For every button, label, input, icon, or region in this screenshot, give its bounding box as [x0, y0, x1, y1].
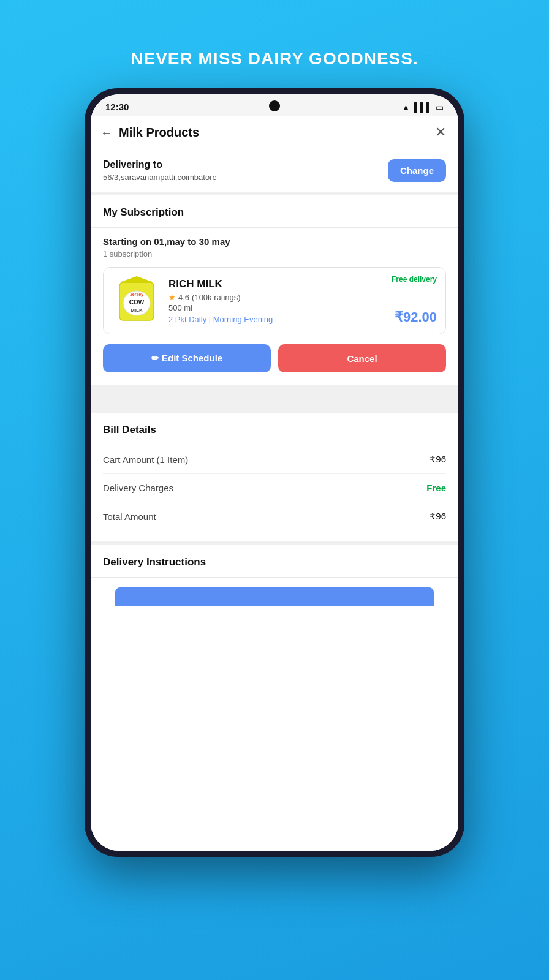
bill-cart-value: ₹96	[430, 454, 446, 465]
status-time: 12:30	[105, 102, 129, 112]
star-icon: ★	[168, 293, 176, 302]
battery-icon: ▭	[436, 102, 444, 112]
edit-schedule-button[interactable]: ✏ Edit Schedule	[103, 344, 271, 372]
subscription-title: My Subscription	[103, 206, 446, 219]
bill-row-cart: Cart Amount (1 Item) ₹96	[103, 445, 446, 474]
camera-cutout	[269, 100, 280, 111]
bill-total-value: ₹96	[430, 511, 446, 522]
app-header: ← Milk Products ✕	[91, 116, 458, 149]
bill-delivery-value: Free	[426, 483, 446, 493]
bill-delivery-label: Delivery Charges	[103, 483, 173, 493]
subscription-date: Starting on 01,may to 30 may	[103, 228, 446, 249]
bill-title: Bill Details	[103, 424, 446, 436]
status-bar: 12:30 ▲ ▌▌▌ ▭	[91, 94, 458, 116]
delivery-address: 56/3,saravanampatti,coimbatore	[103, 173, 217, 182]
subscription-section: My Subscription Starting on 01,may to 30…	[91, 195, 458, 385]
app-content: ← Milk Products ✕ Delivering to 56/3,sar…	[91, 116, 458, 851]
product-rating: ★ 4.6 (100k ratings)	[168, 293, 437, 302]
bill-total-label: Total Amount	[103, 511, 156, 522]
bill-cart-label: Cart Amount (1 Item)	[103, 454, 188, 465]
delivery-instructions-title: Delivery Instructions	[103, 556, 446, 568]
product-price: ₹92.00	[395, 309, 437, 325]
phone-screen: 12:30 ▲ ▌▌▌ ▭ ← Milk Products ✕ Deliveri…	[91, 94, 458, 851]
bill-section: Bill Details Cart Amount (1 Item) ₹96 De…	[91, 409, 458, 541]
section-separator	[91, 385, 458, 409]
header-left: ← Milk Products	[100, 126, 199, 140]
rating-count: (100k ratings)	[192, 293, 240, 302]
back-button[interactable]: ←	[100, 126, 113, 140]
subscription-count: 1 subscription	[103, 249, 446, 258]
delivery-info: Delivering to 56/3,saravanampatti,coimba…	[103, 159, 217, 182]
delivery-label: Delivering to	[103, 159, 217, 170]
page-title: Milk Products	[119, 126, 199, 140]
change-address-button[interactable]: Change	[388, 159, 446, 182]
rating-value: 4.6	[178, 293, 189, 302]
svg-text:Jersey: Jersey	[130, 292, 143, 297]
free-delivery-badge: Free delivery	[392, 275, 437, 284]
product-image: Jersey COW MILK	[112, 276, 161, 325]
product-card: Jersey COW MILK Free delivery RICH MILK …	[103, 267, 446, 334]
phone-shell: 12:30 ▲ ▌▌▌ ▭ ← Milk Products ✕ Deliveri…	[85, 88, 464, 857]
svg-text:MILK: MILK	[131, 307, 143, 313]
delivery-instructions-section: Delivery Instructions	[91, 541, 458, 617]
action-buttons: ✏ Edit Schedule Cancel	[103, 344, 446, 385]
delivery-instructions-input-partial[interactable]	[115, 587, 434, 606]
close-button[interactable]: ✕	[435, 124, 446, 140]
svg-text:COW: COW	[129, 299, 145, 306]
cancel-subscription-button[interactable]: Cancel	[278, 344, 446, 372]
headline: NEVER MISS DAIRY GOODNESS.	[131, 49, 418, 69]
signal-icon: ▌▌▌	[414, 102, 432, 112]
wifi-icon: ▲	[401, 102, 410, 112]
svg-marker-1	[119, 276, 154, 282]
delivery-section: Delivering to 56/3,saravanampatti,coimba…	[91, 149, 458, 195]
status-icons: ▲ ▌▌▌ ▭	[401, 102, 444, 112]
bill-row-total: Total Amount ₹96	[103, 502, 446, 530]
bill-row-delivery: Delivery Charges Free	[103, 474, 446, 502]
product-details: Free delivery RICH MILK ★ 4.6 (100k rati…	[168, 278, 437, 324]
